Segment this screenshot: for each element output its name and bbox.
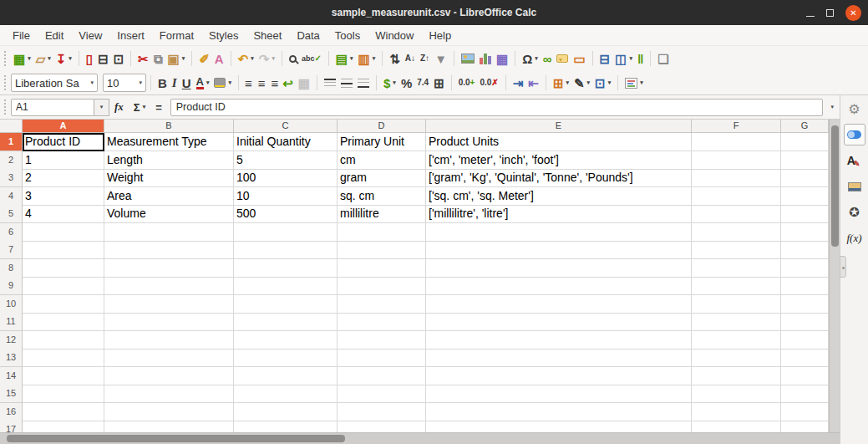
cell[interactable] [234,367,338,385]
sidebar-tab-gallery[interactable] [844,176,865,197]
cell[interactable] [692,187,781,206]
cell[interactable] [781,205,829,223]
cell[interactable] [781,295,829,314]
align-bottom-button[interactable] [355,73,372,93]
cell[interactable] [426,421,692,432]
cell[interactable] [23,403,104,421]
row-header[interactable]: 11 [0,313,23,331]
horizontal-scrollbar-thumb[interactable] [7,435,345,442]
sidebar-tab-navigator[interactable]: ✪ [844,202,865,223]
cell[interactable] [692,241,781,259]
cell[interactable] [234,403,338,421]
align-top-button[interactable] [322,73,338,93]
cell[interactable] [23,259,104,278]
column-header-g[interactable]: G [781,120,829,133]
export-pdf-button[interactable]: ▯ [84,48,95,69]
cell[interactable] [692,259,781,278]
split-window-button[interactable]: ‖ [635,48,646,69]
cell[interactable] [23,241,104,259]
row-header[interactable]: 10 [0,295,23,314]
cell[interactable] [426,295,692,314]
row-header[interactable]: 12 [0,331,23,350]
freeze-panes-button[interactable]: ◫▾ [612,48,635,69]
horizontal-scrollbar[interactable] [0,432,840,444]
cell[interactable] [692,367,781,385]
cell[interactable]: gram [338,169,426,187]
insert-columns-dropdown[interactable]: ▾ [373,55,376,62]
borders-button[interactable]: ⊞▾ [551,73,571,93]
menu-insert[interactable]: Insert [109,29,152,42]
cell[interactable] [234,331,338,350]
cell[interactable]: ['millilitre', 'litre'] [426,205,692,223]
cell[interactable] [781,421,829,432]
currency-button[interactable]: $▾ [381,73,398,93]
undo-button[interactable]: ↶▾ [236,48,256,69]
special-character-dropdown[interactable]: ▾ [535,55,538,62]
cut-button[interactable]: ✂ [135,48,151,69]
insert-hyperlink-button[interactable]: ∞ [541,48,555,69]
cell[interactable] [692,205,781,223]
cell[interactable] [23,331,104,350]
cell[interactable] [692,403,781,421]
menu-file[interactable]: File [5,29,38,42]
decrease-indent-button[interactable]: ⇤ [525,73,541,93]
freeze-panes-dropdown[interactable]: ▾ [629,55,632,62]
cell[interactable] [234,259,338,278]
insert-columns-button[interactable]: ▥▾ [356,48,378,69]
font-size-combo[interactable]: 10▾ [103,74,146,92]
vertical-scrollbar[interactable] [829,120,840,432]
cell[interactable] [234,385,338,403]
row-header[interactable]: 3 [0,169,23,187]
cell[interactable] [104,385,234,403]
insert-rows-button[interactable]: ▤▾ [333,48,356,69]
cell[interactable] [426,259,692,278]
new-button[interactable]: ▦▾ [11,48,33,69]
cell[interactable] [426,277,692,295]
border-style-dropdown[interactable]: ▾ [587,79,591,86]
formula-input[interactable]: Product ID [170,99,824,116]
row-header[interactable]: 1 [0,133,23,151]
cell[interactable]: 500 [234,205,338,223]
cell[interactable] [781,385,829,403]
cell[interactable]: millilitre [338,205,426,223]
cell[interactable] [781,169,829,187]
save-button[interactable]: ↧▾ [53,48,74,69]
align-right-button[interactable]: ≡ [267,73,280,93]
menu-window[interactable]: Window [368,29,421,42]
cell[interactable]: cm [338,151,426,170]
row-header[interactable]: 15 [0,385,23,403]
close-button[interactable]: ✕ [845,5,861,21]
save-dropdown[interactable]: ▾ [69,55,72,62]
cell[interactable] [692,313,781,331]
column-header-e[interactable]: E [426,120,692,133]
cell[interactable] [338,367,426,385]
cell[interactable] [338,295,426,314]
cell[interactable] [23,367,104,385]
insert-comment-button[interactable] [554,48,571,69]
cell[interactable] [781,259,829,278]
clear-formatting-button[interactable]: A [212,48,226,69]
cell[interactable] [104,259,234,278]
cell[interactable]: Weight [104,169,234,187]
font-name-combo[interactable]: Liberation Sa▾ [11,74,98,92]
name-box[interactable]: A1 [11,99,94,116]
cell[interactable] [781,133,829,151]
sidebar-settings-button[interactable]: ⚙ [844,98,865,120]
cell[interactable]: Measurement Type [104,133,234,151]
cell[interactable] [104,331,234,350]
cell[interactable] [234,313,338,331]
cell[interactable]: 4 [23,205,104,223]
cell[interactable] [23,421,104,432]
cell[interactable] [104,367,234,385]
cell[interactable]: Volume [104,205,234,223]
menu-styles[interactable]: Styles [201,29,246,42]
open-button[interactable]: ▱▾ [33,48,53,69]
insert-chart-button[interactable] [477,48,494,69]
cell[interactable] [692,133,781,151]
cell[interactable]: Primary Unit [338,133,426,151]
conditional-formatting-button[interactable]: ▾ [622,73,646,93]
clone-formatting-button[interactable]: ✐ [196,48,212,69]
cell[interactable] [692,223,781,242]
cell[interactable] [338,331,426,350]
cell[interactable] [426,403,692,421]
